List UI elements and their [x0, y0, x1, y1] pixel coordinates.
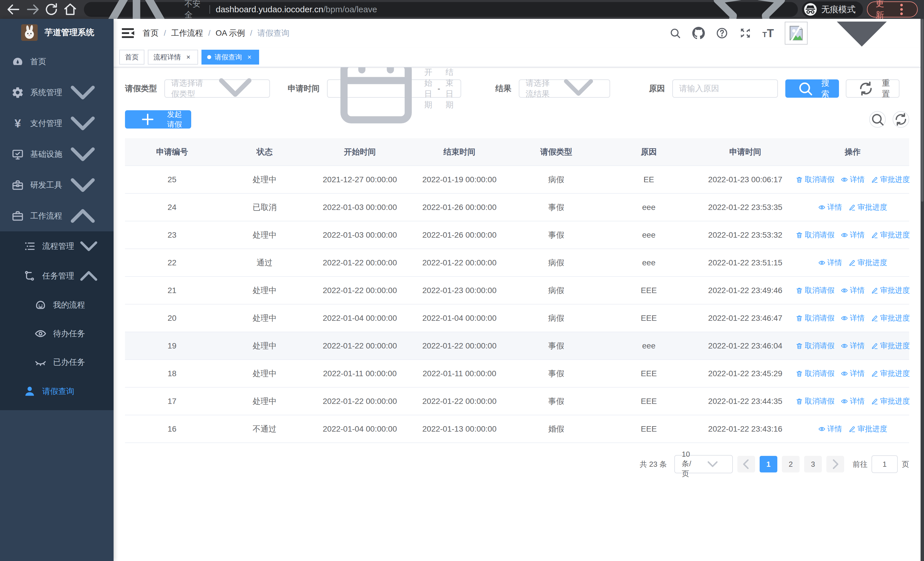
action-label: 审批进度	[880, 368, 910, 379]
browser-scrollbar[interactable]	[921, 19, 924, 561]
sidebar-item[interactable]: 任务管理	[0, 261, 114, 291]
create-leave-button[interactable]: 发起请假	[125, 110, 191, 129]
breadcrumb-item[interactable]: OA 示例	[216, 28, 245, 39]
scrollbar-thumb[interactable]	[921, 19, 923, 202]
plus-icon	[133, 111, 162, 128]
action-link-detail[interactable]: 详情	[841, 174, 865, 185]
sidebar-item-label: 基础设施	[30, 149, 62, 160]
action-label: 审批进度	[880, 285, 910, 295]
github-link[interactable]	[692, 27, 705, 39]
active-tab-dot	[207, 55, 211, 59]
action-link-cancel[interactable]: 取消请假	[796, 285, 834, 295]
close-icon[interactable]: ×	[184, 53, 192, 61]
row-actions: 详情审批进度	[796, 424, 909, 434]
page-size-select[interactable]: 10条/页	[674, 455, 733, 473]
calendar-icon	[333, 68, 419, 132]
app-logo[interactable]: 芋道管理系统	[0, 19, 114, 46]
cell-type: 事假	[509, 387, 603, 415]
tab-item[interactable]: 首页	[119, 50, 144, 65]
sidebar-collapse-button[interactable]	[120, 25, 136, 41]
cell-type: 病假	[509, 277, 603, 304]
start-date-placeholder[interactable]: 开始日期	[423, 68, 434, 110]
action-link-detail[interactable]: 详情	[841, 368, 865, 379]
action-link-detail[interactable]: 详情	[841, 313, 865, 323]
browser-back-button[interactable]	[6, 2, 21, 17]
reason-input[interactable]	[679, 84, 771, 93]
sidebar-item[interactable]: 待办任务	[0, 319, 114, 348]
list-icon	[23, 240, 36, 253]
action-link-progress[interactable]: 审批进度	[848, 258, 887, 268]
pen-icon	[848, 204, 856, 211]
action-link-progress[interactable]: 审批进度	[871, 230, 910, 240]
help-button[interactable]	[716, 27, 728, 39]
browser-home-button[interactable]	[63, 2, 78, 17]
leave-type-select[interactable]: 请选择请假类型	[164, 80, 270, 98]
header-search-button[interactable]	[669, 27, 681, 39]
breadcrumb-item[interactable]: 首页	[142, 28, 159, 39]
reset-button[interactable]: 重置	[846, 80, 900, 98]
action-link-cancel[interactable]: 取消请假	[796, 368, 834, 379]
close-icon[interactable]: ×	[245, 53, 254, 61]
cell-status: 不通过	[219, 415, 310, 443]
briefcase-icon	[11, 210, 24, 222]
action-link-progress[interactable]: 审批进度	[871, 341, 910, 351]
action-link-cancel[interactable]: 取消请假	[796, 230, 834, 240]
goto-page-input[interactable]	[872, 455, 898, 473]
action-link-detail[interactable]: 详情	[841, 285, 865, 295]
apply-time-range-picker[interactable]: 开始日期 - 结束日期	[327, 80, 461, 98]
action-link-progress[interactable]: 审批进度	[871, 396, 910, 406]
action-link-progress[interactable]: 审批进度	[871, 174, 910, 185]
action-link-detail[interactable]: 详情	[841, 396, 865, 406]
sidebar-item-label: 研发工具	[30, 180, 62, 191]
browser-reload-button[interactable]	[44, 2, 59, 17]
result-select[interactable]: 请选择流结果	[519, 80, 610, 98]
browser-forward-button[interactable]	[25, 2, 40, 17]
page-button-1[interactable]: 1	[760, 456, 777, 472]
end-date-placeholder[interactable]: 结束日期	[444, 68, 455, 110]
action-link-cancel[interactable]: 取消请假	[796, 341, 834, 351]
search-button[interactable]: 搜索	[785, 80, 839, 98]
action-link-cancel[interactable]: 取消请假	[796, 313, 834, 323]
pen-icon	[871, 370, 878, 378]
user-avatar[interactable]	[785, 22, 808, 45]
chevron-up-icon	[62, 196, 103, 236]
action-link-detail[interactable]: 详情	[841, 230, 865, 240]
sidebar-item[interactable]: 工作流程	[0, 200, 114, 232]
action-link-progress[interactable]: 审批进度	[871, 368, 910, 379]
prev-page-button[interactable]	[737, 456, 755, 472]
action-link-detail[interactable]: 详情	[818, 424, 842, 434]
action-link-progress[interactable]: 审批进度	[871, 285, 910, 295]
tab-active[interactable]: 请假查询×	[201, 50, 259, 65]
trash-icon	[796, 287, 803, 294]
action-link-cancel[interactable]: 取消请假	[796, 174, 834, 185]
cell-actions: 详情审批进度	[796, 249, 909, 277]
pen-icon	[871, 314, 878, 322]
tab-item[interactable]: 流程详情×	[148, 50, 198, 65]
fullscreen-button[interactable]	[739, 27, 752, 39]
action-link-detail[interactable]: 详情	[841, 341, 865, 351]
sidebar-item-label: 我的流程	[53, 300, 85, 310]
breadcrumb-item[interactable]: 工作流程	[171, 28, 203, 39]
action-link-cancel[interactable]: 取消请假	[796, 396, 834, 406]
sidebar-item[interactable]: 我的流程	[0, 291, 114, 319]
sidebar-item[interactable]: 已办任务	[0, 348, 114, 376]
cell-status: 处理中	[219, 165, 310, 193]
next-page-button[interactable]	[826, 456, 844, 472]
sidebar-item[interactable]: 请假查询	[0, 376, 114, 406]
action-label: 取消请假	[805, 230, 834, 240]
page-button-2[interactable]: 2	[782, 456, 800, 472]
page-button-3[interactable]: 3	[804, 456, 822, 472]
font-size-button[interactable]: TT	[762, 27, 774, 40]
refresh-table-button[interactable]	[892, 111, 909, 128]
action-link-progress[interactable]: 审批进度	[848, 424, 887, 434]
cell-start: 2022-01-22 00:00:00	[310, 332, 410, 359]
action-link-detail[interactable]: 详情	[818, 202, 842, 212]
toggle-search-button[interactable]	[869, 111, 886, 128]
gear-icon	[11, 86, 24, 99]
action-link-detail[interactable]: 详情	[818, 258, 842, 268]
cell-type: 事假	[509, 221, 603, 249]
eye-icon	[841, 342, 848, 350]
sidebar-item[interactable]: 流程管理	[0, 232, 114, 261]
action-link-progress[interactable]: 审批进度	[871, 313, 910, 323]
action-link-progress[interactable]: 审批进度	[848, 202, 887, 212]
